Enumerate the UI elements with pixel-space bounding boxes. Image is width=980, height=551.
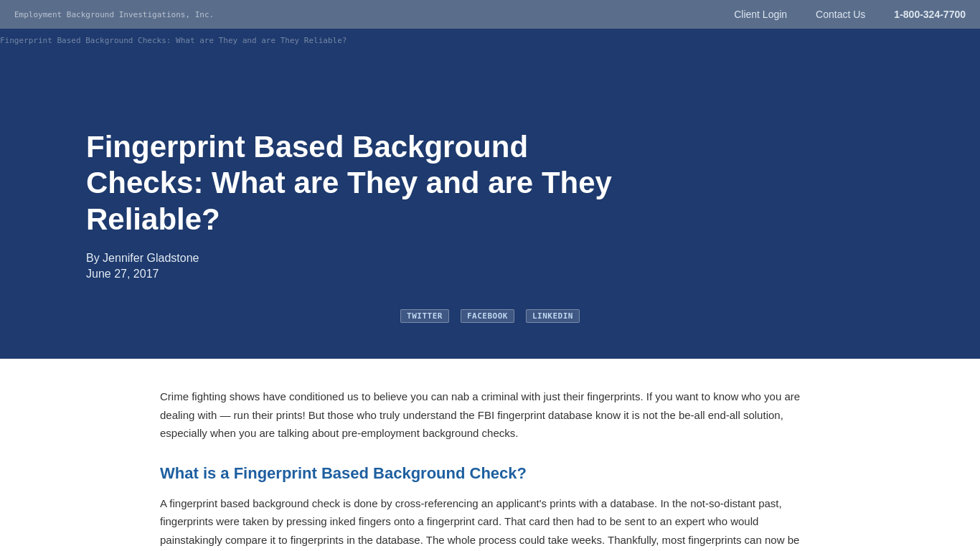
section1-paragraph: A fingerprint based background check is … <box>160 494 820 551</box>
article-date: June 27, 2017 <box>86 268 894 281</box>
logo-image: Employment Background Investigations, In… <box>14 10 214 19</box>
article-author: By Jennifer Gladstone <box>86 252 894 265</box>
hero-background-image: Fingerprint Based Background Checks: Wha… <box>0 36 347 45</box>
top-navigation: Employment Background Investigations, In… <box>0 0 980 29</box>
hero-section: Fingerprint Based Background Checks: Wha… <box>0 29 980 359</box>
phone-number: 1-800-324-7700 <box>894 9 966 20</box>
linkedin-icon: LINKEDIN <box>526 309 580 323</box>
section1-heading: What is a Fingerprint Based Background C… <box>160 464 820 483</box>
contact-us-link[interactable]: Contact Us <box>816 9 865 20</box>
facebook-icon: FACEBOOK <box>461 309 514 323</box>
twitter-icon: TWITTER <box>400 309 449 323</box>
client-login-link[interactable]: Client Login <box>734 9 787 20</box>
social-share-bar: TWITTER FACEBOOK LINKEDIN <box>86 309 894 323</box>
logo-area: Employment Background Investigations, In… <box>14 10 214 19</box>
twitter-share-button[interactable]: TWITTER <box>400 309 449 323</box>
intro-paragraph: Crime fighting shows have conditioned us… <box>160 387 820 443</box>
linkedin-share-button[interactable]: LINKEDIN <box>526 309 580 323</box>
article-content: Crime fighting shows have conditioned us… <box>146 359 834 551</box>
facebook-share-button[interactable]: FACEBOOK <box>461 309 514 323</box>
nav-links: Client Login Contact Us 1-800-324-7700 <box>734 9 966 20</box>
article-title: Fingerprint Based Background Checks: Wha… <box>86 129 631 237</box>
